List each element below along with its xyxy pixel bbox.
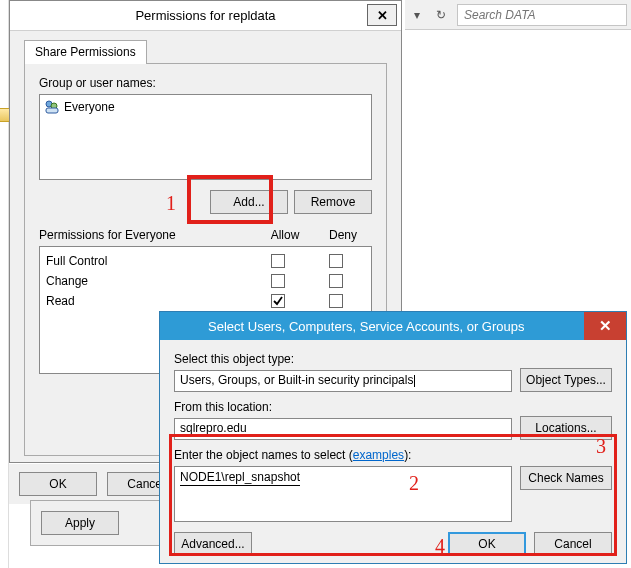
list-item-label: Everyone	[64, 100, 115, 114]
search-input[interactable]	[457, 4, 627, 26]
allow-header: Allow	[256, 228, 314, 242]
group-icon	[44, 99, 60, 115]
permissions-for-label: Permissions for Everyone	[39, 228, 176, 242]
ok-button[interactable]: OK	[19, 472, 97, 496]
checkbox-allow[interactable]	[271, 254, 285, 268]
permissions-titlebar: Permissions for repldata ✕	[10, 1, 401, 31]
object-types-button[interactable]: Object Types...	[520, 368, 612, 392]
cancel-button[interactable]: Cancel	[534, 532, 612, 556]
object-type-field: Users, Groups, or Built-in security prin…	[174, 370, 512, 392]
select-objects-title-text: Select Users, Computers, Service Account…	[208, 319, 524, 334]
annotation-num-4: 4	[435, 535, 445, 558]
apply-button[interactable]: Apply	[41, 511, 119, 535]
svg-rect-2	[46, 108, 58, 113]
select-objects-dialog: Select Users, Computers, Service Account…	[159, 311, 627, 564]
checkbox-deny[interactable]	[329, 254, 343, 268]
from-location-label: From this location:	[174, 400, 512, 414]
close-icon: ✕	[377, 8, 388, 23]
perm-name: Change	[46, 274, 249, 288]
checkbox-allow[interactable]	[271, 274, 285, 288]
annotation-num-1: 1	[166, 192, 176, 215]
tabstrip: Share Permissions	[24, 39, 387, 64]
close-icon: ✕	[599, 317, 612, 335]
remove-button[interactable]: Remove	[294, 190, 372, 214]
checkbox-deny[interactable]	[329, 274, 343, 288]
list-item[interactable]: Everyone	[42, 97, 369, 117]
perm-name: Read	[46, 294, 249, 308]
perm-name: Full Control	[46, 254, 249, 268]
explorer-left-edge	[0, 0, 9, 568]
annotation-num-3: 3	[596, 435, 606, 458]
permissions-title-text: Permissions for repldata	[135, 8, 275, 23]
object-names-textarea[interactable]: NODE1\repl_snapshot	[174, 466, 512, 522]
tab-share-permissions[interactable]: Share Permissions	[24, 40, 147, 64]
select-objects-titlebar: Select Users, Computers, Service Account…	[160, 312, 626, 340]
status-dot-icon: ▾	[409, 7, 425, 23]
refresh-icon[interactable]: ↻	[433, 7, 449, 23]
group-user-label: Group or user names:	[39, 76, 372, 90]
ok-button[interactable]: OK	[448, 532, 526, 556]
close-button[interactable]: ✕	[367, 4, 397, 26]
annotation-num-2: 2	[409, 472, 419, 495]
user-listbox[interactable]: Everyone	[39, 94, 372, 180]
check-names-button[interactable]: Check Names	[520, 466, 612, 490]
checkbox-allow-checked[interactable]	[271, 294, 285, 308]
checkbox-deny[interactable]	[329, 294, 343, 308]
deny-header: Deny	[314, 228, 372, 242]
close-button[interactable]: ✕	[584, 312, 626, 340]
object-type-label: Select this object type:	[174, 352, 512, 366]
add-button[interactable]: Add...	[210, 190, 288, 214]
from-location-field: sqlrepro.edu	[174, 418, 512, 440]
object-names-label: Enter the object names to select (exampl…	[174, 448, 512, 462]
explorer-toolbar: ▾ ↻	[405, 0, 631, 30]
examples-link[interactable]: examples	[353, 448, 404, 462]
advanced-button[interactable]: Advanced...	[174, 532, 252, 556]
